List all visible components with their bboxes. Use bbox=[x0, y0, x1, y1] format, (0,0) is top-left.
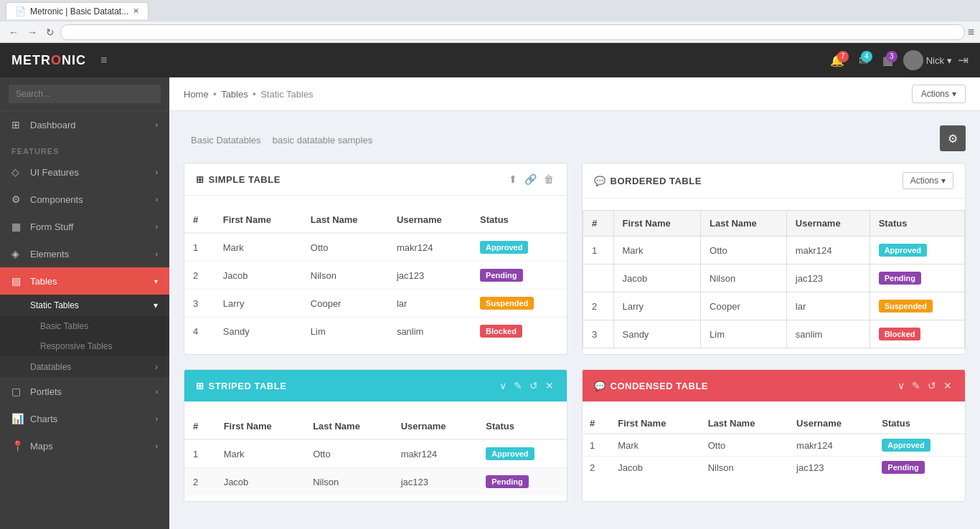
status-badge: Pending bbox=[882, 461, 924, 474]
cell-status: Approved bbox=[870, 237, 964, 264]
chevron-right-icon: › bbox=[155, 362, 158, 372]
sidebar-item-responsive-tables[interactable]: Responsive Tables bbox=[0, 336, 169, 356]
table-row: 2 Jacob Nilson jac123 Pending bbox=[583, 457, 965, 479]
sidebar-item-charts[interactable]: 📊 Charts › bbox=[0, 405, 169, 432]
settings-button[interactable]: ⚙ bbox=[940, 125, 966, 151]
bordered-table-title: 💬 BORDERED TABLE bbox=[594, 176, 702, 186]
header-actions-button[interactable]: Actions ▾ bbox=[912, 85, 966, 103]
logout-button[interactable]: ⇥ bbox=[958, 52, 969, 68]
search-input[interactable] bbox=[9, 85, 161, 103]
col-firstname: First Name bbox=[215, 414, 305, 439]
tables-icon: ▤ bbox=[11, 275, 23, 287]
bordered-table-actions-button[interactable]: Actions ▾ bbox=[903, 172, 953, 189]
bordered-actions-label: Actions bbox=[910, 176, 938, 186]
table-row: 1 Mark Otto makr124 Approved bbox=[184, 439, 567, 468]
browser-toolbar: ← → ↻ ≡ bbox=[0, 22, 980, 43]
simple-table-body: # First Name Last Name Username Status 1… bbox=[184, 196, 567, 351]
table-row: 4 Sandy Lim sanlim Blocked bbox=[184, 318, 567, 345]
upload-button[interactable]: ⬆ bbox=[507, 172, 519, 186]
cell-username: jac123 bbox=[392, 468, 478, 496]
cell-num: 1 bbox=[583, 237, 614, 264]
striped-table-icon: ⊞ bbox=[196, 381, 204, 391]
sidebar-item-static-tables[interactable]: Static Tables ▾ bbox=[0, 295, 169, 316]
refresh-button[interactable]: ↺ bbox=[926, 378, 938, 393]
ui-features-icon: ◇ bbox=[11, 166, 23, 178]
sidebar-item-dashboard[interactable]: ⊞ Dashboard › bbox=[0, 111, 169, 138]
col-username: Username bbox=[789, 414, 875, 434]
refresh-button[interactable]: ↻ bbox=[43, 25, 57, 39]
condensed-table-header: 💬 Condensed Table ∨ ✎ ↺ ✕ bbox=[583, 370, 965, 402]
static-tables-label: Static Tables bbox=[30, 300, 79, 310]
edit-button[interactable]: ✎ bbox=[910, 378, 922, 393]
sidebar-item-label: Portlets bbox=[30, 386, 62, 397]
cell-firstname: Mark bbox=[611, 434, 700, 457]
refresh-button[interactable]: ↺ bbox=[528, 378, 540, 393]
top-navbar: METRONIC ≡ 🔔 7 ✉ 4 ▦ 3 Nick ▾ ⇥ bbox=[0, 43, 980, 77]
collapse-button[interactable]: ∨ bbox=[896, 378, 906, 393]
sidebar-item-maps[interactable]: 📍 Maps › bbox=[0, 432, 169, 459]
sidebar-item-basic-tables[interactable]: Basic Tables bbox=[0, 316, 169, 336]
breadcrumb-tables[interactable]: Tables bbox=[221, 89, 248, 100]
browser-menu-button[interactable]: ≡ bbox=[968, 26, 974, 39]
notifications-button[interactable]: 🔔 7 bbox=[826, 51, 849, 70]
bordered-table-icon: 💬 bbox=[594, 176, 606, 186]
cell-status: Suspended bbox=[870, 292, 964, 320]
static-tables-submenu: Basic Tables Responsive Tables bbox=[0, 316, 169, 356]
close-button[interactable]: ✕ bbox=[942, 378, 953, 393]
cell-lastname: Nilson bbox=[302, 262, 388, 290]
chevron-right-icon: › bbox=[156, 388, 158, 396]
cell-firstname: Jacob bbox=[613, 264, 701, 292]
cell-firstname: Sandy bbox=[215, 318, 302, 345]
link-button[interactable]: 🔗 bbox=[523, 172, 538, 186]
sidebar-item-elements[interactable]: ◈ Elements › bbox=[0, 240, 169, 267]
back-button[interactable]: ← bbox=[6, 25, 22, 39]
status-badge: Pending bbox=[480, 269, 522, 282]
cell-num: 2 bbox=[184, 262, 215, 290]
edit-button[interactable]: ✎ bbox=[512, 378, 524, 393]
sidebar-item-portlets[interactable]: ▢ Portlets › bbox=[0, 378, 169, 405]
sidebar-item-form-stuff[interactable]: ▦ Form Stuff › bbox=[0, 213, 169, 240]
condensed-table: # First Name Last Name Username Status 1… bbox=[583, 414, 965, 478]
tasks-button[interactable]: ▦ 3 bbox=[878, 51, 897, 70]
table-row: Jacob Nilson jac123 Pending bbox=[583, 264, 965, 292]
cell-num bbox=[583, 264, 614, 292]
status-badge: Pending bbox=[879, 272, 921, 285]
collapse-button[interactable]: ∨ bbox=[498, 378, 508, 393]
messages-button[interactable]: ✉ 4 bbox=[854, 51, 872, 70]
tables-submenu: Static Tables ▾ Basic Tables Responsive … bbox=[0, 295, 169, 378]
condensed-table-title-text: Condensed Table bbox=[611, 381, 709, 391]
user-menu[interactable]: Nick ▾ bbox=[903, 50, 952, 70]
cell-firstname: Mark bbox=[215, 439, 305, 468]
browser-tab[interactable]: 📄 Metronic | Basic Datatat... ✕ bbox=[6, 2, 149, 19]
condensed-table-actions: ∨ ✎ ↺ ✕ bbox=[896, 378, 953, 393]
sidebar-item-datatables[interactable]: Datatables › bbox=[0, 356, 169, 378]
breadcrumb-current: Static Tables bbox=[260, 89, 313, 100]
cell-lastname: Nilson bbox=[701, 457, 789, 479]
col-lastname: Last Name bbox=[701, 211, 787, 237]
forward-button[interactable]: → bbox=[24, 25, 40, 39]
chevron-right-icon: › bbox=[156, 121, 158, 129]
striped-table-body: # First Name Last Name Username Status 1… bbox=[184, 402, 567, 501]
simple-table-card: ⊞ SIMPLE TABLE ⬆ 🔗 🗑 bbox=[184, 163, 567, 355]
cell-status: Blocked bbox=[870, 320, 964, 348]
bordered-table: # First Name Last Name Username Status 1… bbox=[583, 210, 965, 348]
cell-lastname: Nilson bbox=[304, 468, 392, 496]
tab-close-icon[interactable]: ✕ bbox=[133, 6, 139, 16]
cell-lastname: Otto bbox=[302, 233, 388, 262]
table-row: 1 Mark Otto makr124 Approved bbox=[583, 434, 965, 457]
sidebar-item-components[interactable]: ⚙ Components › bbox=[0, 186, 169, 213]
sidebar: ⊞ Dashboard › FEATURES ◇ UI Features › ⚙… bbox=[0, 77, 169, 529]
sidebar-item-ui-features[interactable]: ◇ UI Features › bbox=[0, 158, 169, 186]
cell-firstname: Sandy bbox=[613, 320, 701, 348]
delete-button[interactable]: 🗑 bbox=[542, 172, 555, 186]
page-title-row: Basic Datatables basic datatable samples… bbox=[184, 125, 966, 151]
url-bar[interactable] bbox=[60, 24, 965, 40]
sidebar-item-label: Tables bbox=[30, 276, 57, 287]
cell-username: makr124 bbox=[789, 434, 875, 457]
close-button[interactable]: ✕ bbox=[544, 378, 555, 393]
sidebar-item-tables[interactable]: ▤ Tables ▾ bbox=[0, 267, 169, 295]
breadcrumb-home[interactable]: Home bbox=[184, 89, 209, 100]
chevron-right-icon: › bbox=[156, 196, 158, 204]
nav-toggle-button[interactable]: ≡ bbox=[100, 54, 107, 67]
simple-table: # First Name Last Name Username Status 1… bbox=[184, 207, 567, 345]
